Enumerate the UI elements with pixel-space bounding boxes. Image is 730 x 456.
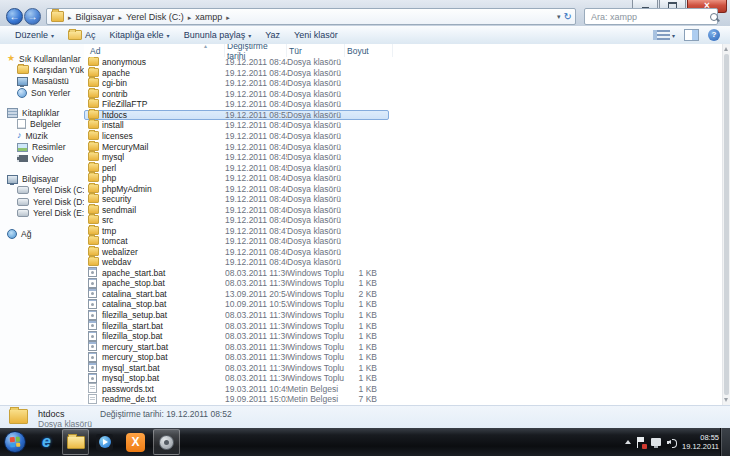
file-row[interactable]: tomcat19.12.2011 08:46Dosya klasörü xyxy=(84,236,389,247)
network-status-icon[interactable] xyxy=(651,438,661,446)
file-row[interactable]: webalizer19.12.2011 08:46Dosya klasörü xyxy=(84,247,389,258)
file-row[interactable]: apache_start.bat08.03.2011 11:36Windows … xyxy=(84,268,389,279)
vertical-scrollbar[interactable] xyxy=(722,44,730,405)
file-size: 1 KB xyxy=(345,278,389,288)
file-row[interactable]: apache_stop.bat08.03.2011 11:36Windows T… xyxy=(84,278,389,289)
sidebar-item-karşıdan-yüklemeler[interactable]: Karşıdan Yüklemeler xyxy=(0,64,84,76)
search-box[interactable] xyxy=(584,8,718,25)
column-header-boyut[interactable]: Boyut xyxy=(345,44,393,57)
taskbar-button-windows-explorer[interactable] xyxy=(62,429,89,455)
toolbar-button-a-[interactable]: Aç xyxy=(61,28,103,42)
file-type: Windows Toplu İş ... xyxy=(287,310,345,320)
view-dropdown-icon: ▾ xyxy=(672,32,675,39)
folder-icon xyxy=(88,68,99,77)
show-hidden-icons-button[interactable] xyxy=(625,440,631,444)
taskbar-clock[interactable]: 08:55 19.12.2011 xyxy=(682,433,719,451)
file-row[interactable]: install19.12.2011 08:46Dosya klasörü xyxy=(84,120,389,131)
file-row[interactable]: filezilla_start.bat08.03.2011 11:36Windo… xyxy=(84,320,389,331)
sidebar-item-label: Son Yerler xyxy=(31,88,70,98)
file-row[interactable]: security19.12.2011 08:46Dosya klasörü xyxy=(84,194,389,205)
file-row[interactable]: filezilla_stop.bat08.03.2011 11:36Window… xyxy=(84,331,389,342)
address-history-dropdown-icon[interactable]: ▾ xyxy=(557,13,561,21)
file-row[interactable]: apache19.12.2011 08:44Dosya klasörü xyxy=(84,68,389,79)
sidebar-item-masaüstü[interactable]: Masaüstü xyxy=(0,76,84,88)
sidebar-group-kitaplıklar[interactable]: Kitaplıklar xyxy=(0,108,84,119)
change-view-button[interactable]: ▾ xyxy=(653,30,675,40)
file-row[interactable]: readme_de.txt19.09.2011 15:02Metin Belge… xyxy=(84,394,389,405)
sidebar-item-yerel-disk-c-[interactable]: Yerel Disk (C:) xyxy=(0,185,84,197)
file-row[interactable]: anonymous19.12.2011 08:44Dosya klasörü xyxy=(84,57,389,68)
file-row[interactable]: catalina_start.bat13.09.2011 20:54Window… xyxy=(84,289,389,300)
column-header-tür[interactable]: Tür xyxy=(287,44,345,57)
file-row[interactable]: perl19.12.2011 08:45Dosya klasörü xyxy=(84,162,389,173)
forward-button[interactable]: → xyxy=(24,8,41,25)
sidebar-group-sık-kullanılanlar[interactable]: ★Sık Kullanılanlar xyxy=(0,53,84,64)
action-center-icon[interactable] xyxy=(637,437,645,448)
sidebar-group-bilgisayar[interactable]: Bilgisayar xyxy=(0,174,84,185)
scrollbar-thumb[interactable] xyxy=(724,54,729,395)
file-row[interactable]: mysql_stop.bat08.03.2011 11:36Windows To… xyxy=(84,373,389,384)
toolbar-button-d-zenle[interactable]: Düzenle▾ xyxy=(8,28,61,42)
file-row[interactable]: tmp19.12.2011 08:47Dosya klasörü xyxy=(84,226,389,237)
folder-icon xyxy=(88,247,99,256)
sidebar-item-video[interactable]: Video xyxy=(0,153,84,165)
toolbar-button-kitapl-a-ekle[interactable]: Kitaplığa ekle▾ xyxy=(103,28,177,42)
file-row[interactable]: passwords.txt19.03.2011 10:49Metin Belge… xyxy=(84,383,389,394)
selected-item-folder-icon xyxy=(9,409,28,424)
file-row[interactable]: webdav19.12.2011 08:46Dosya klasörü xyxy=(84,257,389,268)
scroll-down-icon[interactable] xyxy=(724,398,728,402)
sidebar-item-son-yerler[interactable]: Son Yerler xyxy=(0,87,84,99)
file-modified-date: 19.12.2011 08:46 xyxy=(225,99,287,109)
file-row[interactable]: licenses19.12.2011 08:44Dosya klasörü xyxy=(84,131,389,142)
toolbar-button-yeni-klas-r[interactable]: Yeni klasör xyxy=(287,28,345,42)
sidebar-group-ağ[interactable]: Ağ xyxy=(0,228,84,239)
start-button[interactable] xyxy=(4,431,26,453)
file-row[interactable]: mysql19.12.2011 08:45Dosya klasörü xyxy=(84,152,389,163)
file-row[interactable]: src19.12.2011 08:46Dosya klasörü xyxy=(84,215,389,226)
help-button[interactable]: ? xyxy=(708,29,720,41)
taskbar-button-xampp[interactable]: X xyxy=(122,429,149,455)
file-row[interactable]: htdocs19.12.2011 08:52Dosya klasörü xyxy=(84,110,389,121)
sidebar-item-resimler[interactable]: Resimler xyxy=(0,142,84,154)
refresh-icon[interactable]: ↻ xyxy=(564,12,572,22)
file-row[interactable]: cgi-bin19.12.2011 08:46Dosya klasörü xyxy=(84,78,389,89)
address-bar[interactable]: ▸Bilgisayar▸Yerel Disk (C:)▸xampp▸ ▾ ↻ xyxy=(46,8,576,25)
file-row[interactable]: php19.12.2011 08:46Dosya klasörü xyxy=(84,173,389,184)
sidebar-item-belgeler[interactable]: Belgeler xyxy=(0,119,84,131)
file-row[interactable]: sendmail19.12.2011 08:46Dosya klasörü xyxy=(84,204,389,215)
file-row[interactable]: mercury_stop.bat08.03.2011 11:36Windows … xyxy=(84,352,389,363)
toolbar-button-bununla-payla-[interactable]: Bununla paylaş▾ xyxy=(177,28,259,42)
breadcrumb-item[interactable]: Yerel Disk (C:) xyxy=(123,12,187,22)
file-row[interactable]: contrib19.12.2011 08:44Dosya klasörü xyxy=(84,89,389,100)
folder-icon xyxy=(88,184,99,193)
taskbar-button-media-player[interactable] xyxy=(91,429,118,455)
explorer-window: × ← → ▸Bilgisayar▸Yerel Disk (C:)▸xampp▸… xyxy=(0,0,730,456)
taskbar-button-internet-explorer[interactable]: e xyxy=(33,429,60,455)
breadcrumb-item[interactable]: xampp xyxy=(192,12,225,22)
sidebar-item-label: Resimler xyxy=(32,142,66,152)
sidebar-item-yerel-disk-e-[interactable]: Yerel Disk (E:) xyxy=(0,208,84,220)
file-row[interactable]: phpMyAdmin19.12.2011 08:46Dosya klasörü xyxy=(84,183,389,194)
file-row[interactable]: mercury_start.bat08.03.2011 11:36Windows… xyxy=(84,341,389,352)
file-row[interactable]: FileZillaFTP19.12.2011 08:46Dosya klasör… xyxy=(84,99,389,110)
file-row[interactable]: filezilla_setup.bat08.03.2011 11:36Windo… xyxy=(84,310,389,321)
file-row[interactable]: mysql_start.bat08.03.2011 11:36Windows T… xyxy=(84,362,389,373)
column-header-değiştirme-tarihi[interactable]: Değiştirme tarihi xyxy=(225,44,287,57)
preview-pane-button[interactable] xyxy=(684,29,699,41)
taskbar-button-xampp-control-panel[interactable] xyxy=(153,429,180,455)
file-modified-date: 13.09.2011 20:54 xyxy=(225,289,287,299)
file-row[interactable]: MercuryMail19.12.2011 08:46Dosya klasörü xyxy=(84,141,389,152)
scroll-up-icon[interactable] xyxy=(724,47,728,51)
breadcrumb-item[interactable]: Bilgisayar xyxy=(73,12,118,22)
search-input[interactable] xyxy=(589,11,710,23)
toolbar-button-yaz[interactable]: Yaz xyxy=(258,28,287,42)
sidebar-item-müzik[interactable]: ♪Müzik xyxy=(0,130,84,142)
file-name: webalizer xyxy=(100,247,225,257)
back-button[interactable]: ← xyxy=(6,8,23,25)
volume-icon[interactable] xyxy=(667,438,676,447)
file-size: 1 KB xyxy=(345,268,389,278)
show-desktop-button[interactable] xyxy=(720,428,730,456)
file-row[interactable]: catalina_stop.bat10.09.2011 10:52Windows… xyxy=(84,299,389,310)
sidebar-group: BilgisayarYerel Disk (C:)Yerel Disk (D:)… xyxy=(0,174,84,220)
sidebar-item-yerel-disk-d-[interactable]: Yerel Disk (D:) xyxy=(0,196,84,208)
